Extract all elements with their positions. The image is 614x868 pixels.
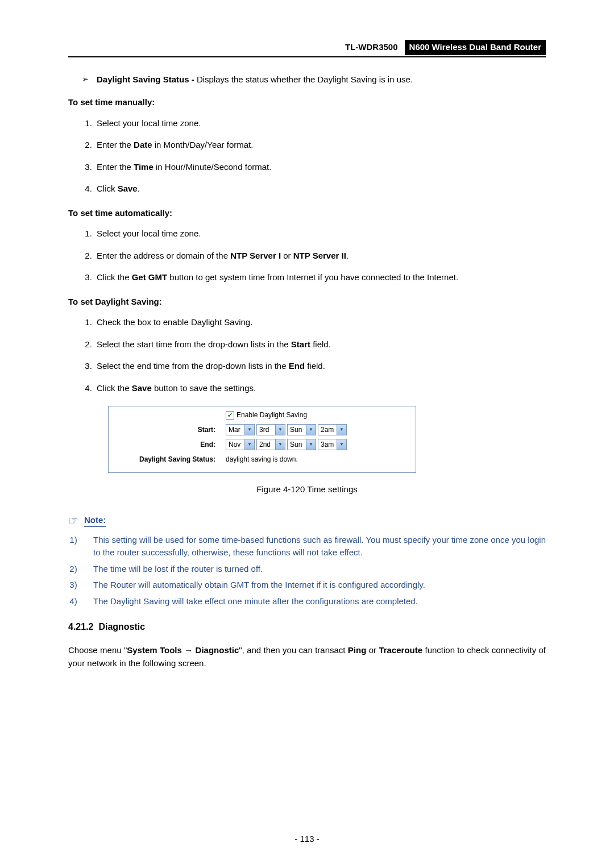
list-item: The Router will automatically obtain GMT…	[82, 579, 546, 592]
start-week-select[interactable]: 3rd▼	[256, 424, 285, 435]
end-month-select[interactable]: Nov▼	[226, 439, 255, 450]
page-number: - 113 -	[0, 833, 614, 846]
list-item: Select the end time from the drop-down l…	[94, 360, 546, 373]
figure-caption: Figure 4-120 Time settings	[68, 483, 546, 496]
section-heading: 4.21.2 Diagnostic	[68, 620, 546, 634]
end-label: End:	[114, 439, 226, 450]
list-item: Enter the address or domain of the NTP S…	[94, 250, 546, 263]
figure-daylight-saving: ✔ Enable Daylight Saving Start: Mar▼ 3rd…	[108, 406, 416, 473]
bullet-text: Daylight Saving Status - Displays the st…	[97, 73, 413, 86]
product-title: N600 Wireless Dual Band Router	[405, 40, 546, 55]
chevron-down-icon: ▼	[247, 426, 252, 433]
start-hour-select[interactable]: 2am▼	[318, 424, 347, 435]
page-header: TL-WDR3500 N600 Wireless Dual Band Route…	[68, 40, 546, 57]
chevron-down-icon: ▼	[278, 441, 283, 448]
enable-dst-label: Enable Daylight Saving	[237, 410, 307, 420]
heading-dst: To set Daylight Saving:	[68, 296, 546, 309]
list-item: Click Save.	[94, 182, 546, 196]
end-week-select[interactable]: 2nd▼	[256, 439, 285, 450]
heading-auto: To set time automatically:	[68, 207, 546, 220]
note-list: This setting will be used for some time-…	[68, 534, 546, 608]
list-item: Check the box to enable Daylight Saving.	[94, 316, 546, 329]
pointing-hand-icon: ☞	[68, 512, 78, 529]
chevron-down-icon: ▼	[278, 426, 283, 433]
list-item: Click the Get GMT button to get system t…	[94, 271, 546, 284]
chevron-down-icon: ▼	[339, 426, 344, 433]
list-item: Enter the Time in Hour/Minute/Second for…	[94, 161, 546, 174]
section-paragraph: Choose menu "System Tools → Diagnostic",…	[68, 644, 546, 670]
chevron-down-icon: ▼	[309, 441, 313, 448]
list-item: Select your local time zone.	[94, 117, 546, 130]
check-icon: ✔	[227, 412, 233, 418]
chevron-down-icon: ▼	[309, 426, 313, 433]
start-label: Start:	[114, 425, 226, 435]
list-item: Select the start time from the drop-down…	[94, 338, 546, 351]
dst-status-value: daylight saving is down.	[226, 454, 298, 464]
chevron-right-icon: ➢	[82, 73, 97, 86]
bullet-daylight-status: ➢ Daylight Saving Status - Displays the …	[82, 73, 546, 86]
list-item: Enter the Date in Month/Day/Year format.	[94, 139, 546, 152]
model-code: TL-WDR3500	[345, 41, 400, 54]
list-auto: Select your local time zone. Enter the a…	[68, 227, 546, 284]
list-item: The Daylight Saving will take effect one…	[82, 595, 546, 608]
start-day-select[interactable]: Sun▼	[287, 424, 316, 435]
list-item: Select your local time zone.	[94, 227, 546, 240]
note-heading: ☞ Note:	[68, 512, 546, 529]
end-day-select[interactable]: Sun▼	[287, 439, 316, 450]
chevron-down-icon: ▼	[247, 441, 252, 448]
dst-status-label: Daylight Saving Status:	[114, 454, 226, 464]
list-item: The time will be lost if the router is t…	[82, 563, 546, 576]
start-month-select[interactable]: Mar▼	[226, 424, 255, 435]
list-manual: Select your local time zone. Enter the D…	[68, 117, 546, 196]
chevron-down-icon: ▼	[339, 441, 344, 448]
enable-dst-checkbox[interactable]: ✔	[226, 411, 234, 420]
heading-manual: To set time manually:	[68, 96, 546, 109]
note-label: Note:	[84, 514, 106, 528]
list-item: Click the Save button to save the settin…	[94, 382, 546, 395]
end-hour-select[interactable]: 3am▼	[318, 439, 347, 450]
list-dst: Check the box to enable Daylight Saving.…	[68, 316, 546, 394]
list-item: This setting will be used for some time-…	[82, 534, 546, 559]
